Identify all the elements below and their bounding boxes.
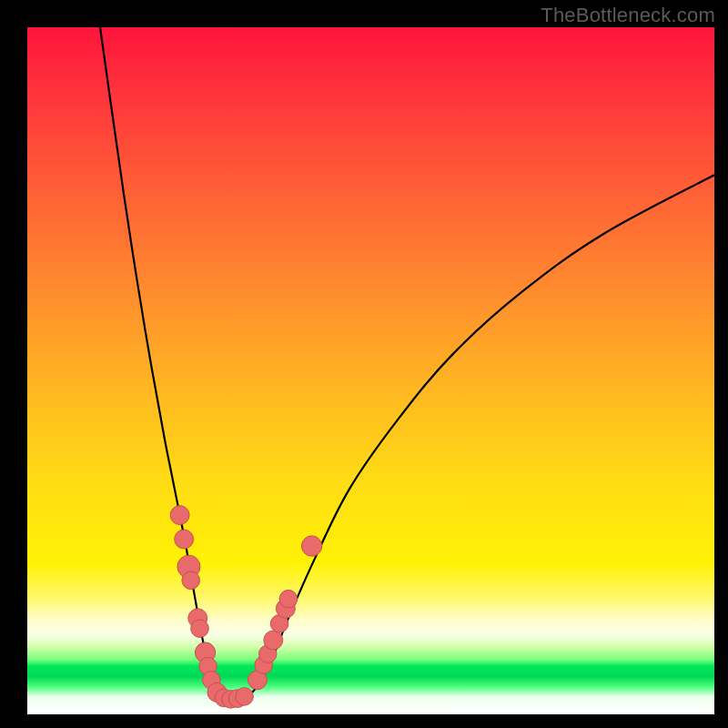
- watermark-text: TheBottleneck.com: [541, 4, 715, 27]
- plot-area: [27, 27, 714, 714]
- chart-frame: TheBottleneck.com: [0, 0, 728, 728]
- marker-layer: [170, 506, 322, 709]
- data-marker: [279, 590, 298, 608]
- data-marker: [175, 530, 194, 549]
- data-marker: [264, 631, 283, 650]
- bottleneck-curve: [100, 27, 714, 700]
- data-marker: [236, 688, 254, 706]
- data-marker: [301, 536, 321, 556]
- data-marker: [170, 506, 189, 525]
- data-marker: [182, 571, 200, 590]
- data-marker: [191, 620, 209, 638]
- chart-svg: [27, 27, 714, 714]
